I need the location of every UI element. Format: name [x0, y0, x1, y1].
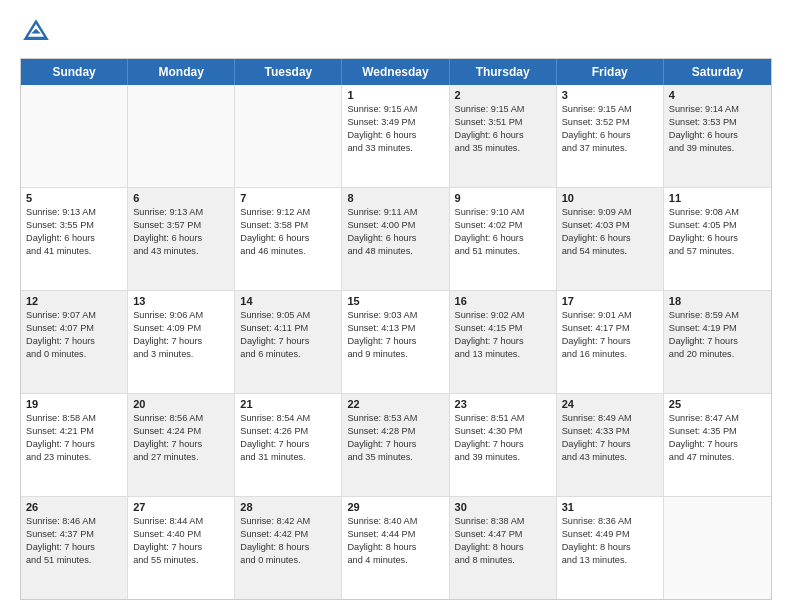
cell-info-line: Daylight: 6 hours	[347, 129, 443, 142]
cell-info-line: Sunrise: 8:36 AM	[562, 515, 658, 528]
cell-info-line: and 0 minutes.	[26, 348, 122, 361]
cell-info-line: Sunrise: 8:49 AM	[562, 412, 658, 425]
cell-info-line: Sunset: 3:49 PM	[347, 116, 443, 129]
calendar-day-15: 15Sunrise: 9:03 AMSunset: 4:13 PMDayligh…	[342, 291, 449, 393]
day-number: 28	[240, 501, 336, 513]
cell-info-line: Daylight: 7 hours	[26, 541, 122, 554]
calendar-day-6: 6Sunrise: 9:13 AMSunset: 3:57 PMDaylight…	[128, 188, 235, 290]
calendar-day-11: 11Sunrise: 9:08 AMSunset: 4:05 PMDayligh…	[664, 188, 771, 290]
calendar-day-30: 30Sunrise: 8:38 AMSunset: 4:47 PMDayligh…	[450, 497, 557, 599]
cell-info-line: and 27 minutes.	[133, 451, 229, 464]
cell-info-line: Daylight: 6 hours	[669, 129, 766, 142]
cell-info-line: and 4 minutes.	[347, 554, 443, 567]
calendar-day-13: 13Sunrise: 9:06 AMSunset: 4:09 PMDayligh…	[128, 291, 235, 393]
cell-info-line: and 8 minutes.	[455, 554, 551, 567]
cell-info-line: and 51 minutes.	[26, 554, 122, 567]
cell-info-line: Sunrise: 8:58 AM	[26, 412, 122, 425]
calendar-day-2: 2Sunrise: 9:15 AMSunset: 3:51 PMDaylight…	[450, 85, 557, 187]
cell-info-line: and 9 minutes.	[347, 348, 443, 361]
cell-info-line: Daylight: 7 hours	[26, 335, 122, 348]
cell-info-line: Daylight: 6 hours	[240, 232, 336, 245]
cell-info-line: Daylight: 7 hours	[669, 438, 766, 451]
cell-info-line: Daylight: 8 hours	[240, 541, 336, 554]
calendar-week-4: 19Sunrise: 8:58 AMSunset: 4:21 PMDayligh…	[21, 394, 771, 497]
cell-info-line: Sunset: 4:11 PM	[240, 322, 336, 335]
cell-info-line: Daylight: 6 hours	[347, 232, 443, 245]
calendar-cell-empty	[21, 85, 128, 187]
calendar-day-25: 25Sunrise: 8:47 AMSunset: 4:35 PMDayligh…	[664, 394, 771, 496]
cell-info-line: Sunset: 3:57 PM	[133, 219, 229, 232]
cell-info-line: Sunrise: 8:53 AM	[347, 412, 443, 425]
cell-info-line: Daylight: 7 hours	[455, 335, 551, 348]
cell-info-line: Daylight: 6 hours	[455, 129, 551, 142]
cell-info-line: Sunrise: 8:47 AM	[669, 412, 766, 425]
cell-info-line: and 35 minutes.	[455, 142, 551, 155]
cell-info-line: Daylight: 6 hours	[133, 232, 229, 245]
day-number: 29	[347, 501, 443, 513]
cell-info-line: Sunrise: 9:11 AM	[347, 206, 443, 219]
day-number: 18	[669, 295, 766, 307]
cell-info-line: Sunset: 3:55 PM	[26, 219, 122, 232]
cell-info-line: Sunset: 4:24 PM	[133, 425, 229, 438]
logo-icon	[20, 16, 52, 48]
cell-info-line: and 13 minutes.	[455, 348, 551, 361]
cell-info-line: Sunrise: 8:40 AM	[347, 515, 443, 528]
cell-info-line: Daylight: 7 hours	[240, 438, 336, 451]
day-number: 13	[133, 295, 229, 307]
day-header-monday: Monday	[128, 59, 235, 85]
cell-info-line: Daylight: 7 hours	[133, 438, 229, 451]
cell-info-line: and 43 minutes.	[133, 245, 229, 258]
cell-info-line: Sunset: 4:19 PM	[669, 322, 766, 335]
cell-info-line: and 47 minutes.	[669, 451, 766, 464]
day-header-tuesday: Tuesday	[235, 59, 342, 85]
calendar-cell-empty	[664, 497, 771, 599]
day-number: 31	[562, 501, 658, 513]
day-number: 11	[669, 192, 766, 204]
cell-info-line: Daylight: 7 hours	[455, 438, 551, 451]
cell-info-line: Sunset: 4:37 PM	[26, 528, 122, 541]
cell-info-line: Sunset: 4:21 PM	[26, 425, 122, 438]
calendar-day-27: 27Sunrise: 8:44 AMSunset: 4:40 PMDayligh…	[128, 497, 235, 599]
cell-info-line: Sunrise: 9:13 AM	[133, 206, 229, 219]
day-number: 22	[347, 398, 443, 410]
cell-info-line: Sunset: 4:15 PM	[455, 322, 551, 335]
day-number: 12	[26, 295, 122, 307]
day-number: 1	[347, 89, 443, 101]
day-number: 20	[133, 398, 229, 410]
cell-info-line: Sunset: 3:52 PM	[562, 116, 658, 129]
day-number: 2	[455, 89, 551, 101]
day-number: 5	[26, 192, 122, 204]
cell-info-line: Daylight: 6 hours	[26, 232, 122, 245]
calendar-day-8: 8Sunrise: 9:11 AMSunset: 4:00 PMDaylight…	[342, 188, 449, 290]
header	[20, 16, 772, 48]
cell-info-line: and 35 minutes.	[347, 451, 443, 464]
cell-info-line: and 57 minutes.	[669, 245, 766, 258]
calendar-day-21: 21Sunrise: 8:54 AMSunset: 4:26 PMDayligh…	[235, 394, 342, 496]
day-number: 26	[26, 501, 122, 513]
calendar-day-16: 16Sunrise: 9:02 AMSunset: 4:15 PMDayligh…	[450, 291, 557, 393]
page: SundayMondayTuesdayWednesdayThursdayFrid…	[0, 0, 792, 612]
cell-info-line: Sunrise: 9:15 AM	[347, 103, 443, 116]
calendar-day-14: 14Sunrise: 9:05 AMSunset: 4:11 PMDayligh…	[235, 291, 342, 393]
cell-info-line: and 55 minutes.	[133, 554, 229, 567]
day-number: 19	[26, 398, 122, 410]
calendar-cell-empty	[235, 85, 342, 187]
cell-info-line: Sunset: 3:58 PM	[240, 219, 336, 232]
calendar-day-26: 26Sunrise: 8:46 AMSunset: 4:37 PMDayligh…	[21, 497, 128, 599]
cell-info-line: and 51 minutes.	[455, 245, 551, 258]
cell-info-line: Sunset: 3:51 PM	[455, 116, 551, 129]
cell-info-line: and 46 minutes.	[240, 245, 336, 258]
day-number: 24	[562, 398, 658, 410]
cell-info-line: and 20 minutes.	[669, 348, 766, 361]
cell-info-line: Sunrise: 8:42 AM	[240, 515, 336, 528]
cell-info-line: Sunset: 4:17 PM	[562, 322, 658, 335]
calendar-day-29: 29Sunrise: 8:40 AMSunset: 4:44 PMDayligh…	[342, 497, 449, 599]
calendar-day-18: 18Sunrise: 8:59 AMSunset: 4:19 PMDayligh…	[664, 291, 771, 393]
cell-info-line: and 43 minutes.	[562, 451, 658, 464]
cell-info-line: Sunrise: 9:14 AM	[669, 103, 766, 116]
cell-info-line: Sunrise: 9:13 AM	[26, 206, 122, 219]
cell-info-line: Sunset: 4:00 PM	[347, 219, 443, 232]
cell-info-line: Daylight: 7 hours	[133, 541, 229, 554]
day-header-saturday: Saturday	[664, 59, 771, 85]
cell-info-line: and 6 minutes.	[240, 348, 336, 361]
